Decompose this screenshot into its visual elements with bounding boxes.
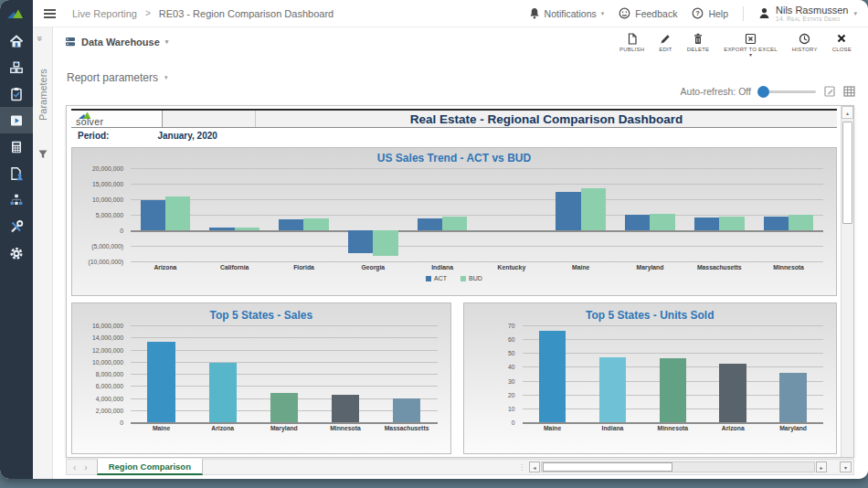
breadcrumb-current: RE03 - Region Comparison Dashboard <box>159 8 333 19</box>
user-menu[interactable]: Nils Rasmussen 14. Real Estate Demo ▾ <box>758 5 857 22</box>
close-x-icon <box>836 33 847 45</box>
sidebar-item-tasks[interactable] <box>0 80 33 107</box>
bar <box>719 364 746 422</box>
y-tick-label: 20 <box>508 391 515 398</box>
grid-view-icon[interactable] <box>843 86 855 97</box>
y-tick-label: 10,000,000 <box>92 358 123 365</box>
horizontal-scroll-track[interactable] <box>541 461 815 472</box>
feedback-button[interactable]: Feedback <box>619 7 677 19</box>
vertical-scroll-thumb[interactable] <box>842 122 852 224</box>
sidebar-item-home[interactable] <box>0 27 33 54</box>
sidebar-item-integrations[interactable] <box>0 186 33 213</box>
x-axis-labels: MaineIndianaMinnesotaArizonaMaryland <box>523 425 823 431</box>
scroll-down-button[interactable]: ▾ <box>840 461 852 472</box>
edit-pencil-icon <box>660 33 671 45</box>
solver-logo-text: solver <box>76 116 103 127</box>
bar-group <box>338 168 408 261</box>
scroll-right-button[interactable]: ▸ <box>816 461 827 472</box>
slider-knob[interactable] <box>757 86 769 98</box>
bar-group <box>314 325 376 422</box>
y-axis: 16,000,00014,000,00012,000,00010,000,000… <box>72 325 131 422</box>
sidebar-item-warehouse[interactable] <box>0 54 33 80</box>
bar <box>789 215 813 230</box>
previous-sheet-arrow[interactable]: ‹ <box>73 462 76 472</box>
sidebar-item-budgeting[interactable] <box>0 133 33 160</box>
period-label: Period: <box>78 131 109 141</box>
delete-button[interactable]: DELETE <box>680 31 717 58</box>
bar-group <box>253 325 314 422</box>
x-tick-label: Massachusetts <box>376 425 438 431</box>
x-tick-label: Kentucky <box>477 264 546 271</box>
bar-group <box>131 168 200 261</box>
scroll-up-button[interactable]: ▴ <box>842 106 853 119</box>
auto-refresh-control: Auto-refresh: Off <box>681 86 855 97</box>
warehouse-icon <box>8 59 25 76</box>
horizontal-scroll-thumb[interactable] <box>543 462 672 472</box>
publish-button[interactable]: PUBLISH <box>612 31 651 58</box>
notifications-menu[interactable]: Notifications ▾ <box>529 7 605 19</box>
report-page: solver Real Estate - Regional Comparison… <box>71 109 837 457</box>
export-to-excel-button[interactable]: EXPORT TO EXCEL ▾ <box>716 31 785 58</box>
sheet-tab-region-comparison[interactable]: Region Comparison <box>97 459 203 475</box>
period-value: January, 2020 <box>157 131 217 141</box>
bar-group <box>754 168 823 261</box>
hamburger-menu-icon[interactable] <box>44 7 56 20</box>
bell-icon <box>529 7 540 19</box>
history-clock-icon <box>799 33 810 45</box>
auto-refresh-slider[interactable] <box>759 90 816 93</box>
scroll-left-button[interactable]: ◂ <box>529 461 540 472</box>
chart-title: US Sales Trend - ACT vs BUD <box>72 148 836 164</box>
svg-text:?: ? <box>696 9 701 17</box>
user-avatar-icon <box>758 7 770 19</box>
user-context: 14. Real Estate Demo <box>776 16 848 22</box>
close-button[interactable]: CLOSE <box>825 31 859 58</box>
topbar-actions: Notifications ▾ Feedback ? <box>529 5 868 22</box>
budgeting-calculator-icon <box>8 139 25 155</box>
breadcrumb-separator: > <box>145 8 151 18</box>
sidebar-item-reports[interactable] <box>0 107 33 133</box>
x-tick-label: Indiana <box>583 425 643 431</box>
vertical-scrollbar[interactable]: ▴ <box>841 106 853 457</box>
bar <box>209 228 234 230</box>
x-tick-label: Maryland <box>616 264 685 271</box>
report-parameters-dropdown[interactable]: Report parameters ▾ <box>54 58 191 84</box>
divider <box>743 6 744 21</box>
y-tick-label: 2,000,000 <box>96 407 123 413</box>
sidebar-item-settings[interactable] <box>0 239 33 266</box>
bar <box>694 217 719 230</box>
bar <box>393 398 420 423</box>
bar-group <box>523 325 583 422</box>
y-tick-label: 8,000,000 <box>96 371 123 377</box>
bar <box>141 200 165 230</box>
sidebar-item-publishing[interactable] <box>0 160 33 186</box>
x-tick-label: Florida <box>270 264 339 271</box>
next-sheet-arrow[interactable]: › <box>84 462 87 472</box>
breadcrumb-live-reporting[interactable]: Live Reporting <box>72 8 137 19</box>
desktop-background: Live Reporting > RE03 - Region Compariso… <box>0 0 868 488</box>
solver-logo-icon[interactable] <box>0 0 33 27</box>
main-content: Data Warehouse ▾ PUBLISH <box>54 27 868 479</box>
bar-group <box>477 168 546 261</box>
help-button[interactable]: ? Help <box>692 7 728 19</box>
bar-group <box>376 325 438 422</box>
header-spacer-cell <box>163 111 256 127</box>
user-name: Nils Rasmussen <box>776 5 848 16</box>
edit-cell-icon[interactable] <box>824 86 835 97</box>
report-toolbar: Data Warehouse ▾ PUBLISH <box>54 27 868 58</box>
breadcrumb: Live Reporting > RE03 - Region Compariso… <box>72 8 333 19</box>
filter-funnel-icon[interactable] <box>38 146 48 163</box>
data-source-selector[interactable]: Data Warehouse ▾ <box>65 36 168 48</box>
history-button[interactable]: HISTORY <box>785 31 825 58</box>
x-tick-label: California <box>200 264 270 271</box>
help-label: Help <box>708 8 728 19</box>
sidebar-item-administration[interactable] <box>0 213 33 239</box>
expand-panel-chevron-icon[interactable]: » <box>35 36 46 41</box>
bar <box>303 218 328 230</box>
document-user-icon <box>8 165 25 182</box>
y-tick-label: 15,000,000 <box>92 180 123 186</box>
bar <box>442 217 467 230</box>
export-excel-icon <box>745 33 757 45</box>
edit-button[interactable]: EDIT <box>651 31 679 58</box>
bar <box>719 217 744 230</box>
x-tick-label: Indiana <box>408 264 477 271</box>
